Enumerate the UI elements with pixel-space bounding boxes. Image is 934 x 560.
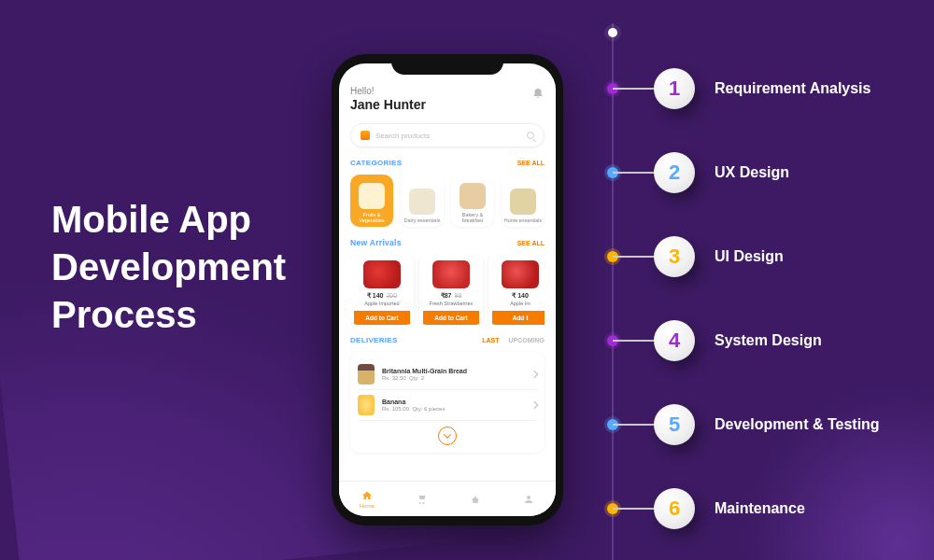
- search-placeholder: Search products: [375, 132, 430, 140]
- connector-line: [613, 172, 654, 174]
- phone-frame: Hello! Jane Hunter Search products CATEG…: [332, 54, 563, 525]
- product-image: [432, 260, 470, 288]
- connector-line: [613, 256, 654, 258]
- phone-screen: Hello! Jane Hunter Search products CATEG…: [339, 63, 556, 516]
- home-icon: [361, 490, 374, 501]
- nav-label: Home: [360, 503, 375, 509]
- search-input[interactable]: Search products: [350, 123, 545, 147]
- expand-button[interactable]: [438, 427, 457, 445]
- step-label: UI Design: [715, 248, 784, 265]
- delivery-row[interactable]: Britannia Multi-Grain Bread Rs. 32.50 Qt…: [358, 359, 537, 390]
- phone-mockup: Hello! Jane Hunter Search products CATEG…: [332, 54, 563, 525]
- step-number: 5: [669, 413, 680, 437]
- add-to-cart-button[interactable]: Add t: [492, 311, 545, 325]
- category-label: Bakery & breakfast: [453, 212, 492, 223]
- add-to-cart-button[interactable]: Add to Cart: [423, 311, 479, 325]
- step-label: Maintenance: [715, 500, 805, 517]
- arrivals-see-all[interactable]: SEE ALL: [517, 240, 545, 246]
- user-icon: [522, 494, 535, 505]
- product-price: ₹ 140: [367, 292, 384, 299]
- product-card[interactable]: ₹8798 Fresh Strawberries Add to Cart: [419, 255, 483, 325]
- headline-line-2: Development: [51, 244, 286, 291]
- step-number: 1: [669, 77, 680, 101]
- product-old-price: 98: [455, 292, 462, 299]
- categories-row: Fruits & Vegetables Dairy essentials Bak…: [350, 175, 545, 227]
- new-arrivals-row: ₹ 140200 Apple Imported Add to Cart ₹879…: [350, 255, 545, 325]
- product-name: Apple Im: [510, 301, 531, 306]
- timeline-start-dot: [608, 28, 617, 37]
- category-label: Fruits & Vegetables: [352, 212, 391, 223]
- product-price: ₹ 140: [512, 292, 529, 299]
- user-name: Jane Hunter: [350, 97, 426, 112]
- step-node-6: 6: [654, 488, 695, 529]
- delivery-price: Rs. 32.50: [382, 375, 406, 381]
- nav-profile[interactable]: [522, 494, 535, 505]
- category-item[interactable]: Home essentials: [502, 175, 545, 227]
- step-number: 3: [669, 245, 680, 269]
- connector-line: [613, 424, 654, 426]
- chevron-right-icon: [531, 371, 538, 378]
- product-image: [502, 260, 539, 288]
- connector-line: [613, 88, 654, 90]
- step-label: UX Design: [715, 164, 789, 181]
- categories-see-all[interactable]: SEE ALL: [517, 160, 545, 166]
- category-label: Dairy essentials: [404, 217, 441, 223]
- category-item[interactable]: Fruits & Vegetables: [350, 175, 393, 227]
- greeting-label: Hello!: [350, 86, 426, 96]
- product-price: ₹87: [441, 292, 452, 299]
- delivery-name: Britannia Multi-Grain Bread: [382, 368, 524, 374]
- brand-icon: [361, 131, 370, 140]
- new-arrivals-heading: New Arrivals: [350, 238, 402, 247]
- product-card[interactable]: ₹ 140 Apple Im Add t: [488, 255, 545, 325]
- delivery-qty: Qty: 6 pieces: [412, 406, 445, 412]
- step-label: System Design: [715, 332, 822, 349]
- step-number: 2: [669, 161, 680, 185]
- nav-basket[interactable]: [469, 494, 482, 505]
- connector-line: [613, 508, 654, 510]
- page-title: Mobile App Development Process: [51, 196, 286, 340]
- category-label: Home essentials: [504, 217, 543, 223]
- background-blob: [729, 373, 934, 560]
- tab-upcoming[interactable]: UPCOMING: [509, 337, 545, 343]
- process-timeline: [612, 23, 614, 560]
- product-old-price: 200: [386, 292, 397, 299]
- tab-last[interactable]: LAST: [482, 337, 499, 343]
- add-to-cart-button[interactable]: Add to Cart: [354, 311, 410, 325]
- delivery-image: [358, 364, 375, 385]
- delivery-image: [358, 395, 375, 415]
- product-card[interactable]: ₹ 140200 Apple Imported Add to Cart: [350, 255, 414, 325]
- category-item[interactable]: Dairy essentials: [401, 175, 444, 227]
- headline-line-3: Process: [51, 291, 286, 339]
- step-node-5: 5: [654, 404, 695, 445]
- headline-line-1: Mobile App: [51, 196, 286, 244]
- step-node-2: 2: [654, 152, 695, 193]
- product-image: [363, 260, 401, 288]
- delivery-qty: Qty: 2: [409, 375, 424, 381]
- delivery-price: Rs. 105.00: [382, 406, 409, 412]
- nav-cart[interactable]: [415, 494, 428, 505]
- category-item[interactable]: Bakery & breakfast: [451, 175, 494, 227]
- connector-line: [613, 340, 654, 342]
- cart-icon: [415, 494, 428, 505]
- step-label: Development & Testing: [715, 416, 880, 433]
- bell-icon[interactable]: [531, 86, 545, 99]
- search-icon: [527, 132, 534, 139]
- product-name: Apple Imported: [364, 301, 399, 306]
- product-name: Fresh Strawberries: [430, 301, 473, 306]
- nav-home[interactable]: Home: [360, 490, 375, 509]
- bottom-navbar: Home: [339, 481, 556, 516]
- step-number: 6: [669, 497, 680, 521]
- deliveries-heading: DELIVERIES: [350, 336, 398, 344]
- step-node-1: 1: [654, 68, 695, 109]
- step-number: 4: [669, 329, 680, 353]
- step-node-4: 4: [654, 320, 695, 361]
- step-label: Requirement Analysis: [715, 80, 870, 97]
- deliveries-card: Britannia Multi-Grain Bread Rs. 32.50 Qt…: [350, 352, 545, 453]
- delivery-name: Banana: [382, 399, 524, 405]
- step-node-3: 3: [654, 236, 695, 277]
- categories-heading: CATEGORIES: [350, 159, 402, 167]
- phone-notch: [391, 54, 503, 75]
- basket-icon: [469, 494, 482, 505]
- chevron-right-icon: [531, 401, 538, 409]
- delivery-row[interactable]: Banana Rs. 105.00 Qty: 6 pieces: [358, 390, 537, 421]
